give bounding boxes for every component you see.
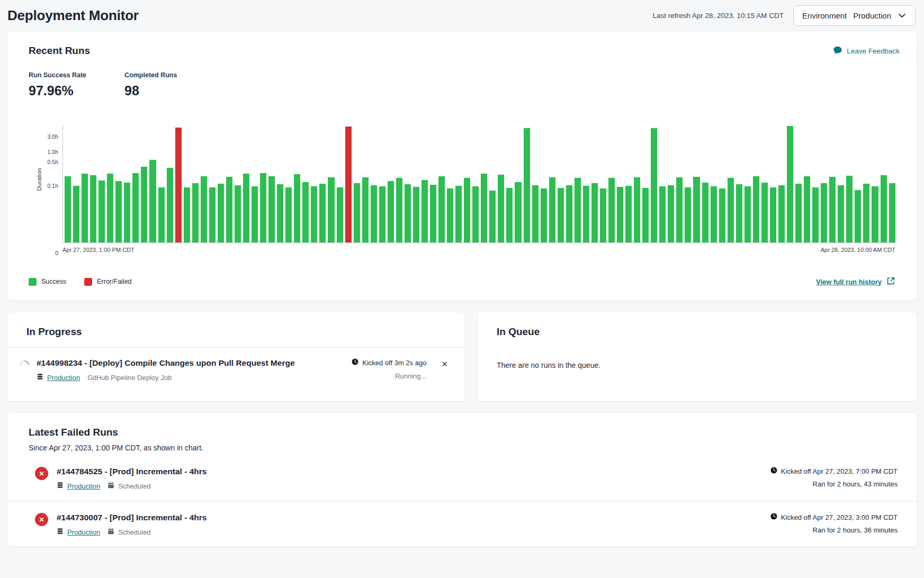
leave-feedback-link[interactable]: Leave Feedback <box>833 46 900 57</box>
run-bar-success[interactable] <box>575 178 581 242</box>
run-bar-success[interactable] <box>506 188 513 242</box>
run-bar-success[interactable] <box>668 185 674 243</box>
run-bar-success[interactable] <box>311 186 317 242</box>
run-bar-success[interactable] <box>778 185 785 243</box>
run-bar-success[interactable] <box>489 191 496 242</box>
run-bar-success[interactable] <box>149 160 156 242</box>
environment-link[interactable]: Production <box>67 528 100 536</box>
run-bar-success[interactable] <box>642 188 649 242</box>
run-name[interactable]: #144998234 - [Deploy] Compile Changes up… <box>37 358 305 368</box>
run-bar-success[interactable] <box>132 173 139 242</box>
run-bar-success[interactable] <box>209 187 216 242</box>
run-bar-success[interactable] <box>430 185 436 242</box>
run-bar-success[interactable] <box>676 177 683 242</box>
run-bar-success[interactable] <box>277 184 283 242</box>
run-bar-failed[interactable] <box>345 127 352 242</box>
run-bar-success[interactable] <box>421 180 428 242</box>
run-bar-success[interactable] <box>252 186 258 242</box>
run-bar-success[interactable] <box>591 183 598 242</box>
run-bar-success[interactable] <box>881 175 887 242</box>
run-bar-success[interactable] <box>685 187 691 242</box>
run-bar-success[interactable] <box>371 185 377 243</box>
run-bar-success[interactable] <box>804 176 810 242</box>
run-bar-success[interactable] <box>90 175 96 242</box>
run-bar-success[interactable] <box>192 183 199 242</box>
run-bar-success[interactable] <box>693 177 699 243</box>
run-bar-success[interactable] <box>583 186 589 242</box>
run-bar-success[interactable] <box>124 183 130 243</box>
run-bar-success[interactable] <box>838 185 844 242</box>
run-bar-success[interactable] <box>243 174 249 242</box>
run-bar-success[interactable] <box>855 190 861 242</box>
run-bar-success[interactable] <box>481 174 487 242</box>
environment-dropdown[interactable]: Environment Production <box>793 5 916 26</box>
run-bar-success[interactable] <box>719 188 725 242</box>
run-bar-success[interactable] <box>558 188 564 242</box>
run-bar-success[interactable] <box>447 188 453 243</box>
run-bar-success[interactable] <box>863 184 869 242</box>
run-bar-success[interactable] <box>566 185 572 242</box>
run-bar-success[interactable] <box>201 176 207 242</box>
run-bar-success[interactable] <box>498 175 504 243</box>
run-name[interactable]: #144730007 - [Prod] Incremental - 4hrs <box>57 513 751 522</box>
run-bar-success[interactable] <box>98 180 105 242</box>
run-bar-success[interactable] <box>218 184 224 242</box>
run-bar-success[interactable] <box>396 178 402 242</box>
run-bar-success[interactable] <box>294 174 300 242</box>
run-bar-success[interactable] <box>872 186 878 242</box>
environment-link[interactable]: Production <box>47 374 80 382</box>
run-bar-success[interactable] <box>651 128 657 242</box>
run-bar-success[interactable] <box>600 188 606 243</box>
run-bar-success[interactable] <box>455 186 462 242</box>
run-bar-success[interactable] <box>889 183 895 242</box>
run-bar-success[interactable] <box>337 187 343 242</box>
run-bar-success[interactable] <box>702 183 708 242</box>
run-bar-success[interactable] <box>472 186 479 242</box>
run-bar-success[interactable] <box>438 176 445 242</box>
run-bar-success[interactable] <box>319 184 326 242</box>
run-bar-success[interactable] <box>235 185 241 243</box>
run-bar-success[interactable] <box>464 178 470 242</box>
run-bar-success[interactable] <box>744 186 751 242</box>
run-bar-success[interactable] <box>73 186 79 242</box>
run-bar-failed[interactable] <box>175 128 182 242</box>
run-bar-success[interactable] <box>158 187 165 242</box>
run-bar-success[interactable] <box>285 187 292 242</box>
run-name[interactable]: #144784525 - [Prod] Incremental - 4hrs <box>57 467 751 476</box>
run-bar-success[interactable] <box>541 188 547 242</box>
run-bar-success[interactable] <box>728 178 734 242</box>
run-bar-success[interactable] <box>770 187 776 242</box>
run-bar-success[interactable] <box>107 174 113 242</box>
run-bar-success[interactable] <box>846 176 853 242</box>
run-bar-success[interactable] <box>388 181 394 242</box>
run-bar-success[interactable] <box>524 128 530 242</box>
run-bar-success[interactable] <box>829 177 836 242</box>
run-bar-success[interactable] <box>141 167 147 242</box>
run-bar-success[interactable] <box>761 183 768 243</box>
run-bar-success[interactable] <box>413 187 419 242</box>
run-bar-success[interactable] <box>354 183 360 243</box>
run-bar-success[interactable] <box>515 182 521 242</box>
run-bar-success[interactable] <box>379 186 385 242</box>
environment-link[interactable]: Production <box>67 482 100 490</box>
run-bar-success[interactable] <box>736 184 742 242</box>
run-bar-success[interactable] <box>608 178 615 242</box>
run-bar-success[interactable] <box>625 186 632 242</box>
run-bar-success[interactable] <box>362 177 369 242</box>
run-bar-success[interactable] <box>549 177 555 242</box>
run-bar-success[interactable] <box>65 176 71 242</box>
run-bar-success[interactable] <box>711 186 717 242</box>
run-bar-success[interactable] <box>787 126 793 242</box>
run-bar-success[interactable] <box>659 186 666 242</box>
run-bar-success[interactable] <box>184 187 190 242</box>
run-bar-success[interactable] <box>226 177 232 242</box>
run-bar-success[interactable] <box>302 182 309 242</box>
run-bar-success[interactable] <box>405 184 411 242</box>
run-bar-success[interactable] <box>812 187 819 242</box>
run-bar-success[interactable] <box>115 181 122 243</box>
run-bar-success[interactable] <box>795 184 802 242</box>
run-bar-success[interactable] <box>260 173 266 242</box>
run-bar-success[interactable] <box>634 177 640 242</box>
close-icon[interactable]: ✕ <box>439 359 450 369</box>
run-bar-success[interactable] <box>753 176 759 242</box>
